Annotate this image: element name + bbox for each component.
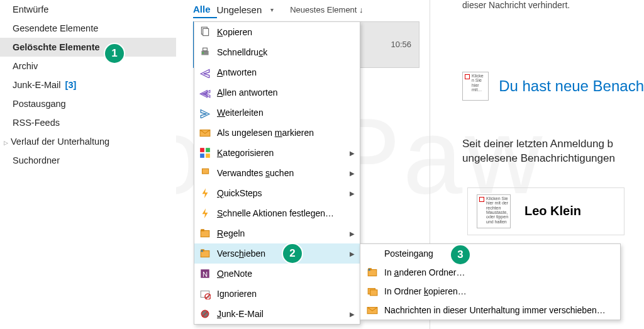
card-name: Leo Klein — [525, 204, 581, 218]
filter-dropdown-icon[interactable]: ▾ — [270, 6, 274, 13]
tab-unread[interactable]: Ungelesen — [217, 2, 269, 18]
copy-icon — [199, 26, 211, 38]
svg-rect-7 — [206, 148, 210, 152]
message-title: Du hast neue Benach — [499, 77, 644, 95]
search-icon — [199, 167, 211, 179]
reply-icon — [199, 67, 211, 78]
submenu-arrow-icon: ▶ — [350, 311, 355, 318]
folder-gesendete-elemente[interactable]: Gesendete Elemente — [0, 19, 176, 38]
menu-antworten[interactable]: Antworten — [194, 62, 360, 82]
move-submenu: PosteingangIn anderen Ordner…In Ordner k… — [360, 243, 621, 320]
svg-rect-3 — [203, 48, 208, 51]
menu-junk-e-mail[interactable]: Junk-E-Mail▶ — [194, 304, 360, 324]
svg-rect-12 — [201, 229, 204, 231]
folder-postausgang[interactable]: Postausgang — [0, 94, 176, 113]
submenu-in-ordner-kopieren-[interactable]: In Ordner kopieren… — [360, 282, 620, 301]
reply-all-icon — [199, 87, 211, 98]
menu-quicksteps[interactable]: QuickSteps▶ — [194, 183, 360, 203]
menu-verwandtes-suchen[interactable]: Verwandtes suchen▶ — [194, 163, 360, 183]
rules-icon — [199, 228, 211, 239]
folder-verlauf-der-unterhaltung[interactable]: Verlauf der Unterhaltung — [0, 132, 176, 151]
submenu-posteingang[interactable]: Posteingang — [360, 244, 620, 263]
folder-pane: EntwürfeGesendete ElementeGelöschte Elem… — [0, 0, 176, 329]
contact-card: Klicken Sie hier mit der rechten Maustas… — [467, 187, 625, 235]
submenu-in-anderen-ordner-[interactable]: In anderen Ordner… — [360, 263, 620, 282]
svg-rect-8 — [200, 153, 204, 158]
svg-point-4 — [203, 52, 204, 53]
folder-rss-feeds[interactable]: RSS-Feeds — [0, 113, 176, 132]
onenote-icon: N — [199, 268, 211, 279]
ignore-icon — [199, 288, 211, 299]
submenu-nachrichten-in-dieser-unterhaltung-immer-verschieben-[interactable]: Nachrichten in dieser Unterhaltung immer… — [360, 301, 620, 320]
menu-als-ungelesen-markieren[interactable]: Als ungelesen markieren — [194, 123, 360, 143]
folder-gel-schte-elemente[interactable]: Gelöschte Elemente — [0, 38, 176, 57]
svg-rect-11 — [201, 231, 209, 237]
move-icon — [199, 248, 211, 259]
menu-allen-antworten[interactable]: Allen antworten — [194, 82, 360, 103]
mail-list-header: Alle Ungelesen ▾ Neuestes Element ↓ — [193, 0, 432, 19]
sort-label[interactable]: Neuestes Element ↓ — [290, 5, 363, 14]
message-body: Seit deiner letzten Anmeldung b ungelese… — [462, 137, 644, 166]
submenu-arrow-icon: ▶ — [350, 250, 355, 257]
image-placeholder-icon: Klicken Sie hier mit der rechten Maustas… — [477, 194, 511, 228]
infobar-text: dieser Nachricht verhindert. — [443, 0, 644, 19]
svg-text:N: N — [203, 270, 208, 278]
submenu-arrow-icon: ▶ — [350, 150, 355, 157]
menu-schnelldruck[interactable]: Schnelldruck — [194, 42, 360, 62]
menu-onenote[interactable]: NOneNote — [194, 264, 360, 284]
svg-rect-9 — [206, 153, 210, 158]
folder-entw-rfe[interactable]: Entwürfe — [0, 0, 176, 19]
menu-schnelle-aktionen-festlegen-[interactable]: Schnelle Aktionen festlegen… — [194, 203, 360, 223]
print-icon — [199, 47, 211, 58]
mail-icon — [199, 127, 211, 138]
quick-icon — [199, 187, 211, 199]
svg-rect-10 — [203, 169, 209, 174]
submenu-arrow-icon: ▶ — [350, 170, 355, 177]
move-icon — [367, 267, 378, 278]
menu-verschieben[interactable]: Verschieben▶ — [194, 243, 360, 264]
menu-kopieren[interactable]: Kopieren — [194, 22, 360, 42]
categories-icon — [199, 147, 211, 159]
submenu-arrow-icon: ▶ — [350, 190, 355, 197]
annotation-badge-1: 1 — [105, 44, 124, 63]
folder-archiv[interactable]: Archiv — [0, 57, 176, 75]
quick-icon — [199, 208, 211, 219]
menu-kategorisieren[interactable]: Kategorisieren▶ — [194, 143, 360, 163]
annotation-badge-3: 3 — [451, 245, 470, 264]
context-menu: KopierenSchnelldruckAntwortenAllen antwo… — [194, 21, 360, 325]
image-placeholder-icon: Klicke n Sie hier mit… — [462, 72, 489, 101]
tab-all[interactable]: Alle — [193, 1, 217, 18]
menu-regeln[interactable]: Regeln▶ — [194, 223, 360, 243]
junk-icon — [199, 308, 211, 320]
mail-icon — [367, 304, 378, 316]
copy-folder-icon — [367, 286, 378, 297]
submenu-arrow-icon: ▶ — [350, 230, 355, 237]
svg-rect-6 — [200, 148, 204, 152]
forward-icon — [199, 107, 211, 118]
menu-ignorieren[interactable]: Ignorieren — [194, 284, 360, 304]
folder-suchordner[interactable]: Suchordner — [0, 151, 176, 170]
svg-rect-1 — [203, 28, 209, 35]
annotation-badge-2: 2 — [283, 244, 302, 263]
folder-junk-e-mail[interactable]: Junk-E-Mail [3] — [0, 75, 176, 94]
svg-rect-26 — [370, 290, 377, 296]
mail-time: 10:56 — [391, 40, 411, 49]
menu-weiterleiten[interactable]: Weiterleiten — [194, 103, 360, 123]
